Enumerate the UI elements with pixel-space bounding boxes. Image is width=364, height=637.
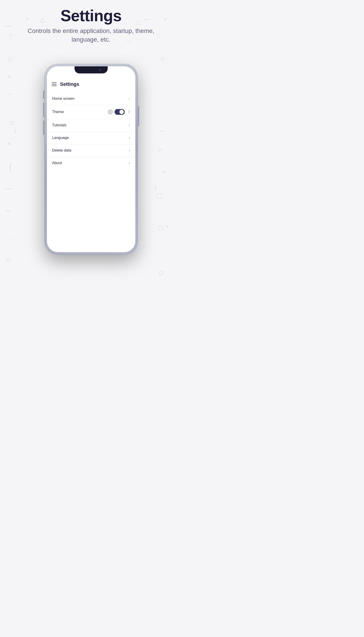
settings-item-home-screen[interactable]: Home screen ›: [47, 92, 135, 105]
page-title: Settings: [0, 7, 182, 25]
phone-screen: Settings Home screen › Theme: [47, 66, 135, 252]
chevron-icon: ›: [129, 136, 130, 140]
moon-icon: ☽: [126, 110, 130, 114]
bg-symbol: ○: [9, 236, 12, 240]
svg-point-0: [110, 111, 111, 112]
camera-dot: [98, 68, 101, 71]
language-right: ›: [129, 136, 130, 140]
bg-symbol: ∼: [6, 207, 10, 214]
hamburger-menu-icon[interactable]: [52, 82, 56, 86]
toggle-thumb: [120, 110, 124, 114]
bg-symbol: ×: [7, 140, 11, 147]
bg-symbol: ○: [162, 245, 164, 249]
bg-symbol: □: [158, 223, 163, 232]
chevron-icon: ›: [129, 161, 130, 165]
bg-symbol: ○: [9, 280, 11, 284]
bg-symbol: ⌒: [6, 92, 12, 102]
volume-up-button: [43, 103, 44, 117]
bg-symbol: ○: [160, 54, 165, 64]
bg-symbol: ×: [7, 73, 11, 80]
hamburger-line-3: [52, 86, 56, 86]
power-button: [138, 106, 139, 126]
bg-symbol: —: [158, 128, 164, 134]
bg-symbol: /: [155, 185, 156, 192]
hamburger-line-2: [52, 84, 56, 84]
page-subtitle: Controls the entire application, startup…: [0, 26, 182, 44]
settings-list: Home screen › Theme: [47, 90, 135, 172]
bg-symbol: ○: [6, 255, 11, 266]
home-screen-label: Home screen: [52, 96, 74, 101]
bg-symbol: ×: [162, 169, 166, 176]
bg-symbol: □: [156, 191, 162, 200]
silent-switch: [43, 91, 44, 99]
bg-symbol: ×: [166, 223, 169, 230]
app-screen-title: Settings: [60, 82, 80, 87]
app-content: Settings Home screen › Theme: [47, 78, 135, 252]
toggle-track: [114, 109, 125, 115]
language-label: Language: [52, 136, 69, 140]
delete-data-label: Delete data: [52, 148, 72, 152]
delete-data-right: ›: [129, 148, 130, 152]
page-header: Settings Controls the entire application…: [0, 7, 182, 44]
chevron-icon: ›: [129, 97, 130, 101]
phone-notch: [74, 66, 108, 74]
chevron-icon: ›: [129, 123, 130, 127]
settings-item-about[interactable]: About ›: [47, 157, 135, 169]
phone-outer-shell: Settings Home screen › Theme: [45, 64, 138, 254]
bg-symbol: /: [14, 128, 16, 134]
bg-symbol: ▷: [158, 146, 162, 152]
settings-item-tutorials[interactable]: Tutorials ›: [47, 119, 135, 132]
about-right: ›: [129, 161, 130, 165]
bg-symbol: (: [9, 162, 12, 172]
theme-controls: ☽: [108, 109, 130, 115]
phone-mockup: Settings Home screen › Theme: [45, 64, 138, 254]
about-label: About: [52, 161, 62, 165]
gear-icon: [108, 110, 113, 114]
bg-symbol: ○: [7, 54, 12, 64]
settings-item-language[interactable]: Language ›: [47, 132, 135, 144]
home-screen-right: ›: [129, 97, 130, 101]
bg-symbol: —: [6, 185, 12, 192]
tutorials-label: Tutorials: [52, 123, 66, 128]
hamburger-line-1: [52, 82, 56, 83]
bg-symbol: ○: [158, 268, 164, 278]
chevron-icon: ›: [129, 148, 130, 152]
volume-down-button: [43, 120, 44, 135]
app-header-bar: Settings: [47, 78, 135, 90]
settings-item-theme[interactable]: Theme: [47, 105, 135, 119]
theme-label: Theme: [52, 110, 64, 114]
tutorials-right: ›: [129, 123, 130, 127]
settings-item-delete-data[interactable]: Delete data ›: [47, 144, 135, 157]
theme-toggle[interactable]: [114, 109, 125, 115]
bg-symbol: ○: [9, 118, 14, 128]
